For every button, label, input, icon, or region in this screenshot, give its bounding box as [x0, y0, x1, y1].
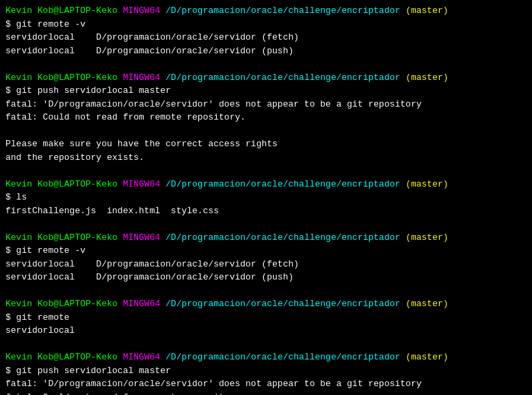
- command-4[interactable]: $ git remote -v: [5, 244, 527, 258]
- shell-2: MINGW64: [123, 72, 161, 83]
- user-4: Kevin Kob@LAPTOP-Keko: [5, 232, 118, 243]
- branch-4: (master): [405, 232, 448, 243]
- branch-2: (master): [405, 72, 448, 83]
- command-6[interactable]: $ git push servidorlocal master: [5, 364, 527, 378]
- output-5-1: servidorlocal: [5, 324, 527, 338]
- shell-1: MINGW64: [123, 5, 161, 16]
- prompt-2: Kevin Kob@LAPTOP-Keko MINGW64 /D/program…: [5, 71, 527, 85]
- output-6-2: fatal: Could not read from remote reposi…: [5, 391, 527, 396]
- prompt-5: Kevin Kob@LAPTOP-Keko MINGW64 /D/program…: [5, 297, 527, 311]
- output-4-1: servidorlocal D/programacion/oracle/serv…: [5, 258, 527, 271]
- path-1: /D/programacion/oracle/challenge/encript…: [165, 5, 400, 16]
- command-5[interactable]: $ git remote: [5, 311, 527, 325]
- output-3-1: firstChallenge.js index.html style.css: [5, 204, 527, 218]
- output-2-2: fatal: Could not read from remote reposi…: [5, 111, 527, 124]
- user-1: Kevin Kob@LAPTOP-Keko: [5, 5, 118, 16]
- branch-3: (master): [405, 179, 448, 189]
- path-6: /D/programacion/oracle/challenge/encript…: [165, 352, 400, 362]
- path-5: /D/programacion/oracle/challenge/encript…: [165, 299, 400, 309]
- shell-4: MINGW64: [123, 232, 161, 243]
- branch-1: (master): [405, 5, 448, 16]
- terminal: Kevin Kob@LAPTOP-Keko MINGW64 /D/program…: [5, 4, 527, 395]
- shell-6: MINGW64: [123, 352, 161, 362]
- prompt-1: Kevin Kob@LAPTOP-Keko MINGW64 /D/program…: [5, 4, 527, 18]
- shell-3: MINGW64: [123, 179, 161, 189]
- output-1-1: servidorlocal D/programacion/oracle/serv…: [5, 31, 527, 44]
- path-2: /D/programacion/oracle/challenge/encript…: [165, 72, 400, 83]
- command-2[interactable]: $ git push servidorlocal master: [5, 84, 527, 98]
- output-6-1: fatal: 'D/programacion/oracle/servidor' …: [5, 377, 527, 391]
- shell-5: MINGW64: [123, 299, 161, 309]
- path-4: /D/programacion/oracle/challenge/encript…: [165, 232, 400, 243]
- output-1-2: servidorlocal D/programacion/oracle/serv…: [5, 44, 527, 58]
- output-2-1: fatal: 'D/programacion/oracle/servidor' …: [5, 98, 527, 111]
- output-2-3: Please make sure you have the correct ac…: [5, 137, 527, 151]
- path-3: /D/programacion/oracle/challenge/encript…: [165, 179, 400, 189]
- output-4-2: servidorlocal D/programacion/oracle/serv…: [5, 271, 527, 284]
- user-5: Kevin Kob@LAPTOP-Keko: [5, 299, 118, 309]
- command-1[interactable]: $ git remote -v: [5, 18, 527, 31]
- user-2: Kevin Kob@LAPTOP-Keko: [5, 72, 118, 83]
- command-3[interactable]: $ ls: [5, 191, 527, 204]
- branch-6: (master): [405, 352, 448, 362]
- branch-5: (master): [405, 299, 448, 309]
- prompt-3: Kevin Kob@LAPTOP-Keko MINGW64 /D/program…: [5, 178, 527, 191]
- output-2-4: and the repository exists.: [5, 151, 527, 165]
- user-3: Kevin Kob@LAPTOP-Keko: [5, 179, 118, 189]
- prompt-6: Kevin Kob@LAPTOP-Keko MINGW64 /D/program…: [5, 351, 527, 364]
- prompt-4: Kevin Kob@LAPTOP-Keko MINGW64 /D/program…: [5, 231, 527, 245]
- user-6: Kevin Kob@LAPTOP-Keko: [5, 352, 118, 362]
